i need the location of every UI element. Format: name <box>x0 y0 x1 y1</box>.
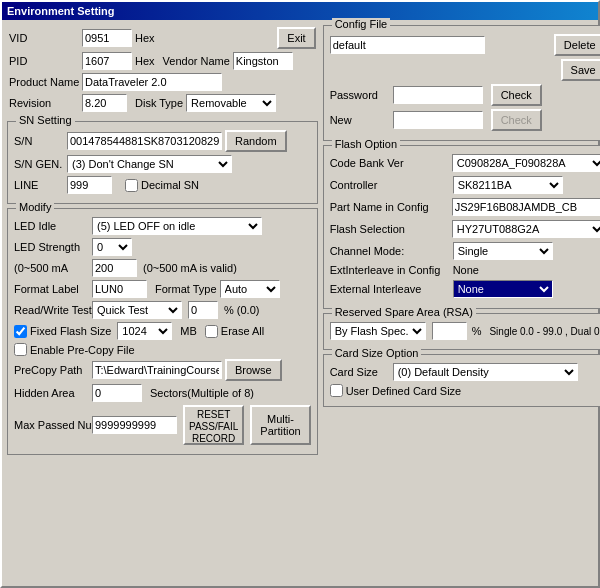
vendor-name-input[interactable]: Kingston <box>233 52 293 70</box>
user-defined-checkbox[interactable] <box>330 384 343 397</box>
code-bank-ver-row: Code Bank Ver C090828A_F090828A <box>330 154 600 172</box>
fixed-flash-select[interactable]: 1024 <box>117 322 172 340</box>
sn-gen-select[interactable]: (3) Don't Change SN <box>67 155 232 173</box>
revision-row: Revision 8.20 Disk Type Removable Fixed <box>9 94 316 112</box>
fixed-flash-checkbox[interactable] <box>14 325 27 338</box>
decimal-sn-checkbox[interactable] <box>125 179 138 192</box>
product-name-input[interactable]: DataTraveler 2.0 <box>82 73 222 91</box>
external-interleave-select[interactable]: None <box>453 280 553 298</box>
sn-gen-label: S/N GEN. <box>14 158 64 170</box>
rsa-range-label: Single 0.0 - 99.0 , Dual 0.0 - 49.0 <box>489 326 600 337</box>
code-bank-ver-select[interactable]: C090828A_F090828A <box>452 154 600 172</box>
sn-row: S/N 001478544881SK8703120829 Random <box>14 130 311 152</box>
fixed-flash-row: Fixed Flash Size 1024 MB Erase All <box>14 322 311 340</box>
fixed-flash-label: Fixed Flash Size <box>30 325 111 337</box>
password-input[interactable] <box>393 86 483 104</box>
hidden-area-input[interactable]: 0 <box>92 384 142 402</box>
format-label-label: Format Label <box>14 283 89 295</box>
rw-test-pct-input[interactable]: 0 <box>188 301 218 319</box>
external-interleave-label: External Interleave <box>330 283 450 295</box>
channel-mode-select[interactable]: Single <box>453 242 553 260</box>
config-input[interactable]: default <box>330 36 485 54</box>
channel-mode-row: Channel Mode: Single <box>330 242 600 260</box>
delete-button[interactable]: Delete <box>554 34 600 56</box>
led-strength-row: LED Strength 0 <box>14 238 311 256</box>
card-size-title: Card Size Option <box>332 347 422 359</box>
led-strength-label: LED Strength <box>14 241 89 253</box>
exit-button[interactable]: Exit <box>277 27 315 49</box>
mb-label: MB <box>180 325 197 337</box>
rsa-title: Reserved Spare Area (RSA) <box>332 306 476 318</box>
password-label: Password <box>330 89 390 101</box>
modify-title: Modify <box>16 201 54 213</box>
config-row2: Save <box>330 59 600 81</box>
new-input[interactable] <box>393 111 483 129</box>
enable-precopy-checkbox[interactable] <box>14 343 27 356</box>
rsa-pct-input[interactable] <box>432 322 467 340</box>
hidden-area-label: Hidden Area <box>14 387 89 399</box>
card-size-group: Card Size Option Card Size (0) Default D… <box>323 354 600 407</box>
part-name-row: Part Name in Config JS29F16B08JAMDB_CB <box>330 198 600 216</box>
current-range-label: (0~500 mA <box>14 262 89 274</box>
sn-setting-title: SN Setting <box>16 114 75 126</box>
check2-button[interactable]: Check <box>491 109 542 131</box>
disk-type-label: Disk Type <box>135 97 183 109</box>
max-passed-input[interactable]: 9999999999 <box>92 416 177 434</box>
flash-selection-row: Flash Selection HY27UT088G2A <box>330 220 600 238</box>
current-input[interactable]: 200 <box>92 259 137 277</box>
rw-test-row: Read/Write Test Quick Test 0 % (0.0) <box>14 301 311 319</box>
config-file-group: Config File default Delete Save Password <box>323 25 600 141</box>
sn-input[interactable]: 001478544881SK8703120829 <box>67 132 222 150</box>
product-name-row: Product Name DataTraveler 2.0 <box>9 73 316 91</box>
vid-hex-label: Hex <box>135 32 155 44</box>
pid-input[interactable]: 1607 <box>82 52 132 70</box>
config-file-title: Config File <box>332 18 391 30</box>
sectors-label: Sectors(Multiple of 8) <box>150 387 254 399</box>
revision-input[interactable]: 8.20 <box>82 94 127 112</box>
sn-setting-group: SN Setting S/N 001478544881SK8703120829 … <box>7 121 318 204</box>
hidden-area-row: Hidden Area 0 Sectors(Multiple of 8) <box>14 384 311 402</box>
line-label: LINE <box>14 179 64 191</box>
erase-all-checkbox[interactable] <box>205 325 218 338</box>
led-idle-select[interactable]: (5) LED OFF on idle <box>92 217 262 235</box>
rsa-pct-label: % <box>472 325 482 337</box>
part-name-input[interactable]: JS29F16B08JAMDB_CB <box>452 198 600 216</box>
decimal-sn-label: Decimal SN <box>141 179 199 191</box>
multi-partition-button[interactable]: Multi-Partition <box>250 405 310 445</box>
top-fields: VID 0951 Hex Exit PID 1607 Hex Vendor Na… <box>7 25 318 117</box>
product-name-label: Product Name <box>9 76 79 88</box>
vid-input[interactable]: 0951 <box>82 29 132 47</box>
password-row: Password Check <box>330 84 600 106</box>
check-button[interactable]: Check <box>491 84 542 106</box>
vid-row: VID 0951 Hex Exit <box>9 27 316 49</box>
browse-button[interactable]: Browse <box>225 359 282 381</box>
precopy-path-input[interactable]: T:\Edward\TrainingCourse <box>92 361 222 379</box>
random-button[interactable]: Random <box>225 130 287 152</box>
format-type-select[interactable]: Auto <box>220 280 280 298</box>
pid-hex-label: Hex <box>135 55 155 67</box>
controller-select[interactable]: SK8211BA <box>453 176 563 194</box>
enable-precopy-label: Enable Pre-Copy File <box>30 344 135 356</box>
led-strength-select[interactable]: 0 <box>92 238 132 256</box>
by-flash-select[interactable]: By Flash Spec. <box>330 322 426 340</box>
erase-all-label: Erase All <box>221 325 264 337</box>
new-row: New Check <box>330 109 600 131</box>
new-label: New <box>330 114 390 126</box>
max-passed-row: Max Passed Number 9999999999 RESETPASS/F… <box>14 405 311 445</box>
flash-selection-label: Flash Selection <box>330 223 449 235</box>
rw-test-pct-label: % (0.0) <box>224 304 259 316</box>
reset-button[interactable]: RESETPASS/FAILRECORD <box>183 405 244 445</box>
precopy-path-row: PreCopy Path T:\Edward\TrainingCourse Br… <box>14 359 311 381</box>
right-panel: Config File default Delete Save Password <box>323 25 600 579</box>
flash-selection-select[interactable]: HY27UT088G2A <box>452 220 600 238</box>
format-label-input[interactable]: LUN0 <box>92 280 147 298</box>
vid-label: VID <box>9 32 79 44</box>
line-input[interactable]: 999 <box>67 176 112 194</box>
line-row: LINE 999 Decimal SN <box>14 176 311 194</box>
modify-group: Modify LED Idle (5) LED OFF on idle LED … <box>7 208 318 455</box>
flash-option-group: Flash Option Code Bank Ver C090828A_F090… <box>323 145 600 309</box>
rw-test-select[interactable]: Quick Test <box>92 301 182 319</box>
save-button[interactable]: Save <box>561 59 600 81</box>
disk-type-select[interactable]: Removable Fixed <box>186 94 276 112</box>
card-size-select[interactable]: (0) Default Density <box>393 363 578 381</box>
